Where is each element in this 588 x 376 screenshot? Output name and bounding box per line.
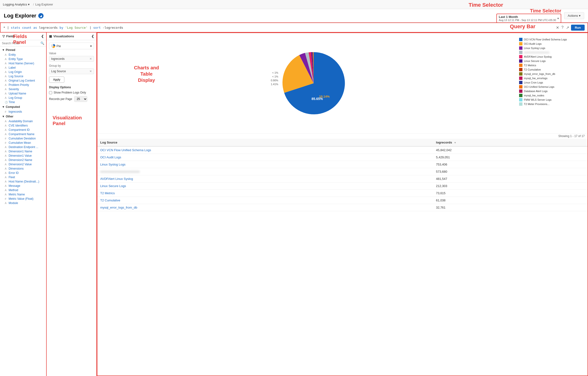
field-dimension2-value[interactable]: ADimension2 Value [0,162,46,167]
field-host-name-server[interactable]: AHost Name (Server) [0,61,46,65]
field-entity-type[interactable]: AEntity Type [0,57,46,61]
row-t2-metrics-count: 73,615 [433,190,588,197]
query-clear-icon[interactable]: ✕ [556,25,559,30]
actions-button[interactable]: Actions ▾ [564,12,584,19]
col-log-source[interactable]: Log Source [97,139,433,146]
field-cumulative-mean[interactable]: #Cumulative Mean [0,141,46,145]
row-avdf-source: AVDFAlert Linux Syslog [97,175,433,182]
query-share-icon[interactable]: ↗ [566,25,569,30]
fields-collapse-icon[interactable]: ❮ [41,34,44,38]
row-vcn-source: OCI VCN Flow Unified Schema Logs [97,146,433,154]
chart-and-legend: < 1% < 1% 0.90% 1.41% [97,33,588,134]
computed-section-header[interactable]: ▼ Computed [0,104,46,110]
field-entity[interactable]: AEntity [0,53,46,57]
field-problem-priority[interactable]: AProblem Priority [0,83,46,87]
row-linux-secure-source: Linux Secure Logs [97,182,433,190]
field-logrecords[interactable]: #logrecords [0,110,46,114]
field-dimension2-name[interactable]: ADimension2 Name [0,158,46,162]
row-t2-metrics-link[interactable]: T2 Metrics [100,191,115,195]
table-row: T2 Metrics 73,615 [97,190,588,197]
field-metric-value-float[interactable]: #Metric Value (Float) [0,197,46,201]
field-host-name-dest[interactable]: AHost Name (Destinati...) [0,179,46,184]
table-row: Linux Secure Logs 212,303 [97,182,588,190]
field-upload-name[interactable]: AUpload Name [0,91,46,96]
run-button[interactable]: Run [571,25,585,31]
col-logrecords[interactable]: logrecords ▼ [433,139,588,146]
viz-value-field-text: logrecords [51,57,65,61]
field-dimensions[interactable]: ADimensions [0,167,46,171]
field-compartment-name[interactable]: ACompartment Name [0,132,46,136]
fields-search-input[interactable] [2,42,41,45]
legend-label-t2-metrics: T2 Metrics [524,64,536,67]
viz-type-label: Pie [56,44,61,48]
viz-value-label: Value [49,52,94,55]
row-blurred-count: 573,680 [433,168,588,175]
time-main: Last 1 Month [499,15,556,19]
field-label[interactable]: ALabel [0,65,46,70]
pie-label-090: 0.90% [271,79,278,82]
field-module[interactable]: AModule [0,201,46,205]
time-selector[interactable]: Last 1 Month Aug 13 12:11 PM - Sep 13 12… [496,14,561,23]
field-cve-identifiers[interactable]: ACVE Identifiers [0,123,46,128]
query-text[interactable]: * | stats count as logrecords by 'Log So… [3,26,554,29]
row-syslog-link[interactable]: Linux Syslog Logs [100,163,126,166]
field-log-group[interactable]: ALog Group [0,96,46,100]
query-bar: * | stats count as logrecords by 'Log So… [0,22,588,32]
other-section-header[interactable]: ▼ Other [0,114,46,119]
show-problem-logs-checkbox[interactable] [49,91,52,94]
viz-collapse-icon[interactable]: ❮ [91,34,94,38]
filter-icon[interactable]: ◢ [38,13,43,18]
viz-panel: ▦ Visualizations ❮ Pie ▾ [47,32,97,376]
field-original-log-content[interactable]: AOriginal Log Content [0,78,46,83]
field-method[interactable]: AMethod [0,188,46,192]
viz-type-selector[interactable]: Pie ▾ [49,42,94,49]
records-per-page-select[interactable]: 25 50 100 [74,96,87,102]
field-compartment-id[interactable]: ACompartment ID [0,128,46,132]
legend-item-linux-secure: Linux Secure Logs [519,59,584,63]
computed-label: Computed [6,105,20,109]
field-log-origin[interactable]: ALog Origin [0,70,46,74]
q5: | [88,26,93,29]
field-message[interactable]: AMessage [0,184,46,188]
legend-label-linux-secure: Linux Secure Logs [524,60,546,63]
query-star: * | [3,26,11,29]
row-audit-link[interactable]: OCI Audit Logs [100,156,121,159]
row-vcn-link[interactable]: OCI VCN Flow Unified Schema Logs [100,148,151,152]
viz-value-clear-icon[interactable]: ✕ [89,57,92,61]
field-metric-name[interactable]: AMetric Name [0,192,46,197]
pinned-section-header[interactable]: ▼ Pinned [0,47,46,53]
pinned-label: Pinned [6,48,15,52]
field-dimension1-name[interactable]: ADimension1 Name [0,149,46,154]
row-t2-cumulative-link[interactable]: T2 Cumulative [100,198,120,202]
viz-panel-title: Visualizations [53,34,74,38]
query-kw-stats: stats [11,26,20,29]
field-cumulative-deviation[interactable]: #Cumulative Deviation [0,136,46,141]
legend-label-oci-unified: OCI Unified Schema Logs [524,85,554,88]
row-mysql-error-link[interactable]: mysql_error_logs_from_db [100,206,137,209]
query-help-icon[interactable]: ? [561,25,564,30]
field-error-id[interactable]: AError ID [0,171,46,175]
legend-item-linux-cron: Linux Cron Logs [519,81,584,84]
row-vcn-count: 45,842,042 [433,146,588,154]
field-time[interactable]: 🕐Time [0,100,46,104]
apply-button[interactable]: Apply [49,76,64,83]
pie-chart-container: < 1% < 1% 0.90% 1.41% [97,35,516,131]
viz-groupby-label: Group by [49,64,94,67]
field-severity[interactable]: ASeverity [0,87,46,91]
field-fleet[interactable]: AFleet [0,175,46,179]
legend-item-mysql-hw-nodes: mysql_hw_nodes [519,94,584,97]
field-dimension1-value[interactable]: ADimension1 Value [0,154,46,158]
results-table: Log Source logrecords ▼ OCI VCN Flow Uni… [97,139,588,211]
other-chevron-icon: ▼ [2,115,5,118]
field-availability-domain[interactable]: AAvailability Domain [0,119,46,123]
app-nav[interactable]: Logging Analytics ▾ [3,3,30,6]
display-options-header: Display Options [49,86,94,89]
viz-groupby-clear-icon[interactable]: ✕ [89,70,92,73]
field-log-source[interactable]: ALog Source [0,74,46,78]
row-avdf-link[interactable]: AVDFAlert Linux Syslog [100,177,133,181]
pie-chart-icon [51,44,55,48]
legend-item-oci-unified: OCI Unified Schema Logs [519,85,584,88]
row-linux-secure-link[interactable]: Linux Secure Logs [100,184,126,188]
field-destination-endpoint[interactable]: ADestination Endpoint ... [0,145,46,149]
query-kw-count: count [22,26,31,29]
